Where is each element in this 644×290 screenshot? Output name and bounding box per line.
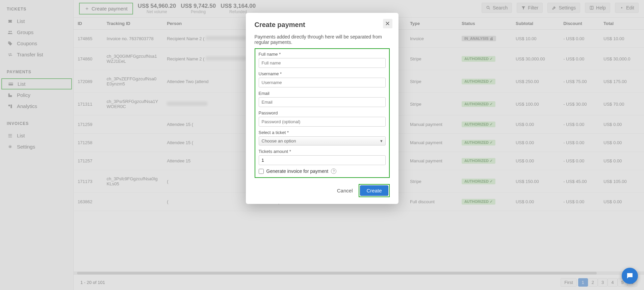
create-button-highlight: Create xyxy=(359,184,389,197)
modal-form: Full name * Username * Email Password Se… xyxy=(255,48,390,178)
email-label: Email xyxy=(259,91,386,96)
modal-overlay[interactable]: Create payment ✕ Payments added directly… xyxy=(0,0,644,290)
chat-widget[interactable] xyxy=(622,268,638,284)
password-input[interactable] xyxy=(259,117,386,127)
cancel-button[interactable]: Cancel xyxy=(337,188,353,193)
fullname-input[interactable] xyxy=(259,58,386,68)
fullname-label: Full name * xyxy=(259,52,386,57)
create-button[interactable]: Create xyxy=(360,185,388,196)
close-icon: ✕ xyxy=(385,20,390,27)
modal-close-button[interactable]: ✕ xyxy=(383,19,392,28)
username-input[interactable] xyxy=(259,78,386,87)
ticket-select[interactable]: Choose an option ▾ xyxy=(259,136,386,146)
amount-input[interactable] xyxy=(259,155,386,165)
password-label: Password xyxy=(259,110,386,115)
username-label: Username * xyxy=(259,71,386,76)
chevron-down-icon: ▾ xyxy=(380,138,383,143)
amount-label: Tickets amount * xyxy=(259,149,386,154)
email-input[interactable] xyxy=(259,97,386,107)
generate-invoice-checkbox[interactable] xyxy=(259,169,264,174)
modal-title: Create payment xyxy=(255,21,390,29)
ticket-select-value: Choose an option xyxy=(262,138,296,143)
help-icon[interactable]: ? xyxy=(331,168,336,174)
generate-invoice-label: Generate invoice for payment xyxy=(266,168,329,174)
ticket-label: Select a ticket * xyxy=(259,130,386,135)
chat-icon xyxy=(626,272,634,280)
create-payment-modal: Create payment ✕ Payments added directly… xyxy=(246,13,398,204)
modal-description: Payments added directly through here wil… xyxy=(255,34,390,45)
